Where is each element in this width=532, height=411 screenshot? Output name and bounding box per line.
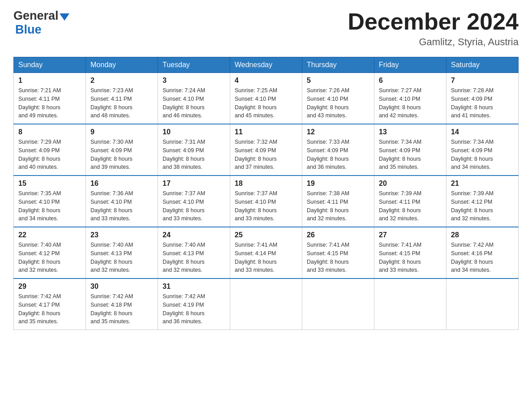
header-row: SundayMondayTuesdayWednesdayThursdayFrid… (14, 57, 519, 73)
day-info: Sunrise: 7:33 AMSunset: 4:09 PMDaylight:… (307, 138, 369, 171)
day-cell: 11Sunrise: 7:32 AMSunset: 4:09 PMDayligh… (230, 124, 302, 176)
day-cell: 16Sunrise: 7:36 AMSunset: 4:10 PMDayligh… (86, 176, 158, 227)
day-cell: 27Sunrise: 7:41 AMSunset: 4:15 PMDayligh… (374, 227, 446, 278)
day-info: Sunrise: 7:41 AMSunset: 4:15 PMDaylight:… (379, 241, 442, 274)
day-number: 30 (90, 283, 153, 291)
day-cell: 5Sunrise: 7:26 AMSunset: 4:10 PMDaylight… (302, 73, 374, 124)
day-cell: 20Sunrise: 7:39 AMSunset: 4:11 PMDayligh… (374, 176, 446, 227)
day-number: 29 (18, 283, 81, 291)
week-row-2: 8Sunrise: 7:29 AMSunset: 4:09 PMDaylight… (14, 124, 519, 176)
day-cell: 12Sunrise: 7:33 AMSunset: 4:09 PMDayligh… (302, 124, 374, 176)
day-cell: 25Sunrise: 7:41 AMSunset: 4:14 PMDayligh… (230, 227, 302, 278)
day-number: 26 (307, 231, 369, 239)
location-title: Gamlitz, Styria, Austria (348, 36, 519, 48)
day-info: Sunrise: 7:38 AMSunset: 4:11 PMDaylight:… (307, 189, 369, 223)
day-number: 27 (379, 231, 442, 239)
day-info: Sunrise: 7:34 AMSunset: 4:09 PMDaylight:… (379, 138, 442, 171)
day-number: 17 (163, 180, 225, 188)
day-cell: 24Sunrise: 7:40 AMSunset: 4:13 PMDayligh… (158, 227, 230, 278)
day-cell: 14Sunrise: 7:34 AMSunset: 4:09 PMDayligh… (446, 124, 519, 176)
week-row-1: 1Sunrise: 7:21 AMSunset: 4:11 PMDaylight… (14, 73, 519, 124)
day-cell (302, 278, 374, 330)
day-number: 12 (307, 128, 369, 136)
day-number: 31 (163, 283, 225, 291)
logo-blue-text: Blue (15, 23, 42, 37)
week-row-3: 15Sunrise: 7:35 AMSunset: 4:10 PMDayligh… (14, 176, 519, 227)
week-row-5: 29Sunrise: 7:42 AMSunset: 4:17 PMDayligh… (14, 278, 519, 330)
day-number: 13 (379, 128, 442, 136)
day-number: 28 (451, 231, 514, 239)
page-header: General Blue December 2024 Gamlitz, Styr… (13, 9, 519, 48)
day-number: 10 (163, 128, 225, 136)
day-cell: 7Sunrise: 7:28 AMSunset: 4:09 PMDaylight… (446, 73, 519, 124)
header-friday: Friday (374, 57, 446, 73)
day-number: 24 (163, 231, 225, 239)
day-cell: 8Sunrise: 7:29 AMSunset: 4:09 PMDaylight… (14, 124, 86, 176)
day-cell: 28Sunrise: 7:42 AMSunset: 4:16 PMDayligh… (446, 227, 519, 278)
logo-triangle-icon (60, 12, 69, 21)
header-sunday: Sunday (14, 57, 86, 73)
day-number: 4 (235, 77, 297, 85)
day-info: Sunrise: 7:37 AMSunset: 4:10 PMDaylight:… (163, 189, 225, 223)
day-number: 25 (235, 231, 297, 239)
day-number: 23 (90, 231, 153, 239)
day-info: Sunrise: 7:40 AMSunset: 4:13 PMDaylight:… (163, 241, 225, 274)
day-info: Sunrise: 7:29 AMSunset: 4:09 PMDaylight:… (18, 138, 81, 171)
day-info: Sunrise: 7:34 AMSunset: 4:09 PMDaylight:… (451, 138, 514, 171)
day-cell: 13Sunrise: 7:34 AMSunset: 4:09 PMDayligh… (374, 124, 446, 176)
day-info: Sunrise: 7:30 AMSunset: 4:09 PMDaylight:… (90, 138, 153, 171)
day-number: 21 (451, 180, 514, 188)
header-wednesday: Wednesday (230, 57, 302, 73)
day-cell: 30Sunrise: 7:42 AMSunset: 4:18 PMDayligh… (86, 278, 158, 330)
day-number: 7 (451, 77, 514, 85)
day-info: Sunrise: 7:23 AMSunset: 4:11 PMDaylight:… (90, 86, 153, 120)
day-number: 19 (307, 180, 369, 188)
day-info: Sunrise: 7:40 AMSunset: 4:13 PMDaylight:… (90, 241, 153, 274)
day-info: Sunrise: 7:39 AMSunset: 4:12 PMDaylight:… (451, 189, 514, 223)
day-cell: 18Sunrise: 7:37 AMSunset: 4:10 PMDayligh… (230, 176, 302, 227)
day-info: Sunrise: 7:37 AMSunset: 4:10 PMDaylight:… (235, 189, 297, 223)
day-number: 15 (18, 180, 81, 188)
day-info: Sunrise: 7:39 AMSunset: 4:11 PMDaylight:… (379, 189, 442, 223)
day-cell: 17Sunrise: 7:37 AMSunset: 4:10 PMDayligh… (158, 176, 230, 227)
day-number: 8 (18, 128, 81, 136)
day-info: Sunrise: 7:41 AMSunset: 4:15 PMDaylight:… (307, 241, 369, 274)
calendar-table: SundayMondayTuesdayWednesdayThursdayFrid… (13, 57, 519, 330)
header-monday: Monday (86, 57, 158, 73)
day-cell: 9Sunrise: 7:30 AMSunset: 4:09 PMDaylight… (86, 124, 158, 176)
day-number: 18 (235, 180, 297, 188)
day-info: Sunrise: 7:31 AMSunset: 4:09 PMDaylight:… (163, 138, 225, 171)
day-cell: 15Sunrise: 7:35 AMSunset: 4:10 PMDayligh… (14, 176, 86, 227)
day-cell: 29Sunrise: 7:42 AMSunset: 4:17 PMDayligh… (14, 278, 86, 330)
week-row-4: 22Sunrise: 7:40 AMSunset: 4:12 PMDayligh… (14, 227, 519, 278)
day-info: Sunrise: 7:25 AMSunset: 4:10 PMDaylight:… (235, 86, 297, 120)
day-info: Sunrise: 7:24 AMSunset: 4:10 PMDaylight:… (163, 86, 225, 120)
day-number: 14 (451, 128, 514, 136)
day-info: Sunrise: 7:28 AMSunset: 4:09 PMDaylight:… (451, 86, 514, 120)
day-number: 20 (379, 180, 442, 188)
logo-general-text: General (13, 9, 59, 23)
day-cell: 2Sunrise: 7:23 AMSunset: 4:11 PMDaylight… (86, 73, 158, 124)
day-cell (374, 278, 446, 330)
logo: General Blue (13, 9, 69, 37)
day-info: Sunrise: 7:40 AMSunset: 4:12 PMDaylight:… (18, 241, 81, 274)
day-info: Sunrise: 7:35 AMSunset: 4:10 PMDaylight:… (18, 189, 81, 223)
day-info: Sunrise: 7:36 AMSunset: 4:10 PMDaylight:… (90, 189, 153, 223)
day-info: Sunrise: 7:42 AMSunset: 4:18 PMDaylight:… (90, 292, 153, 326)
day-cell (230, 278, 302, 330)
day-info: Sunrise: 7:42 AMSunset: 4:16 PMDaylight:… (451, 241, 514, 274)
svg-marker-0 (60, 13, 69, 21)
day-number: 3 (163, 77, 225, 85)
month-title: December 2024 (348, 9, 519, 34)
day-info: Sunrise: 7:42 AMSunset: 4:19 PMDaylight:… (163, 292, 225, 326)
day-cell: 10Sunrise: 7:31 AMSunset: 4:09 PMDayligh… (158, 124, 230, 176)
day-info: Sunrise: 7:32 AMSunset: 4:09 PMDaylight:… (235, 138, 297, 171)
day-cell: 21Sunrise: 7:39 AMSunset: 4:12 PMDayligh… (446, 176, 519, 227)
header-tuesday: Tuesday (158, 57, 230, 73)
day-number: 11 (235, 128, 297, 136)
day-cell (446, 278, 519, 330)
day-number: 9 (90, 128, 153, 136)
header-thursday: Thursday (302, 57, 374, 73)
day-number: 5 (307, 77, 369, 85)
day-number: 2 (90, 77, 153, 85)
